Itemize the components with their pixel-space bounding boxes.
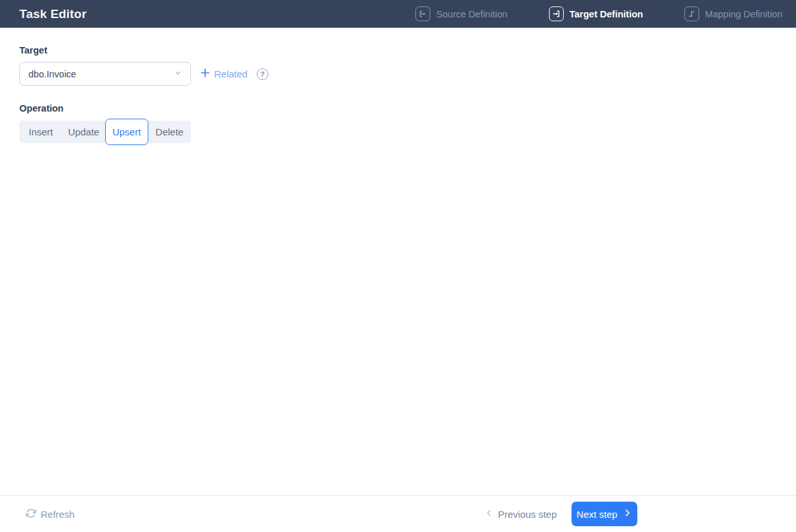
- nav-target-definition-label: Target Definition: [570, 9, 643, 19]
- refresh-label: Refresh: [41, 509, 75, 520]
- operation-update-button[interactable]: Update: [63, 121, 106, 143]
- chevron-down-icon: [174, 68, 183, 79]
- nav-source-definition[interactable]: Source Definition: [415, 6, 507, 21]
- header-nav: Source Definition Target Definition Mapp…: [415, 6, 782, 21]
- target-label: Target: [19, 45, 777, 55]
- target-select[interactable]: dbo.Invoice: [19, 62, 191, 86]
- footer-bar: Refresh Previous step Next step: [0, 495, 796, 532]
- target-row: dbo.Invoice Related ?: [19, 62, 777, 86]
- target-definition-icon: [549, 6, 564, 21]
- source-definition-icon: [415, 6, 430, 21]
- help-icon[interactable]: ?: [257, 68, 268, 80]
- add-related-button[interactable]: Related: [201, 68, 248, 79]
- related-label: Related: [214, 68, 248, 79]
- operation-delete-button[interactable]: Delete: [148, 121, 192, 143]
- nav-target-definition[interactable]: Target Definition: [549, 6, 643, 21]
- refresh-button[interactable]: Refresh: [26, 508, 75, 520]
- mapping-definition-icon: [684, 6, 699, 21]
- previous-step-label: Previous step: [498, 509, 557, 520]
- chevron-left-icon: [484, 508, 494, 520]
- next-step-label: Next step: [577, 509, 617, 520]
- refresh-icon: [26, 508, 36, 520]
- nav-mapping-definition-label: Mapping Definition: [705, 9, 782, 19]
- operation-segmented-control: Insert Update Upsert Delete: [19, 121, 191, 143]
- next-step-button[interactable]: Next step: [572, 502, 637, 526]
- app-header: Task Editor Source Definition Target D: [0, 0, 796, 28]
- previous-step-button[interactable]: Previous step: [484, 508, 557, 520]
- nav-mapping-definition[interactable]: Mapping Definition: [684, 6, 782, 21]
- target-select-value: dbo.Invoice: [28, 69, 76, 79]
- operation-upsert-button[interactable]: Upsert: [105, 119, 148, 145]
- operation-label: Operation: [19, 103, 777, 113]
- plus-icon: [201, 68, 210, 79]
- main-content: Target dbo.Invoice Related ? Operation I…: [0, 28, 796, 143]
- chevron-right-icon: [622, 508, 632, 520]
- nav-source-definition-label: Source Definition: [436, 9, 507, 19]
- operation-insert-button[interactable]: Insert: [19, 121, 63, 143]
- footer-actions: Previous step Next step: [484, 502, 637, 526]
- app-title: Task Editor: [19, 7, 86, 21]
